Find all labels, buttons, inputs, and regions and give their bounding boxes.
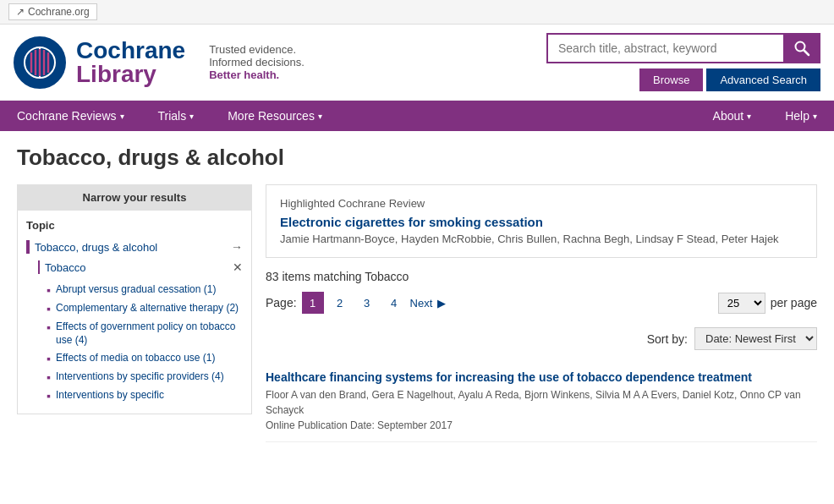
bullet-icon: ▪ — [47, 352, 51, 365]
list-item: ▪ Interventions by specific providers (4… — [47, 368, 243, 386]
sub-link-4[interactable]: Effects of media on tobacco use (1) — [56, 352, 216, 365]
per-page-label: per page — [771, 296, 817, 310]
sub-link-2[interactable]: Complementary & alternative therapy (2) — [56, 302, 239, 315]
topic-link-child[interactable]: Tobacco — [45, 261, 85, 274]
search-area: Browse Advanced Search — [546, 33, 820, 91]
pagination-row: Page: 1 2 3 4 Next ▶ 25 50 100 per page — [266, 292, 817, 314]
nav-about[interactable]: About ▾ — [696, 101, 769, 131]
bullet-icon: ▪ — [47, 283, 51, 297]
main-nav: Cochrane Reviews ▾ Trials ▾ More Resourc… — [0, 101, 834, 131]
result-title-1[interactable]: Healthcare financing systems for increas… — [266, 370, 817, 384]
sidebar-header: Narrow your results — [17, 184, 252, 211]
tagline: Trusted evidence. Informed decisions. Be… — [209, 43, 305, 81]
page-1-button[interactable]: 1 — [302, 292, 324, 314]
search-row — [546, 33, 820, 63]
sub-link-3[interactable]: Effects of government policy on tobacco … — [56, 320, 243, 347]
logo-text: Cochrane Library — [76, 39, 185, 86]
list-item: ▪ Abrupt versus gradual cessation (1) — [47, 281, 243, 299]
arrow-right-icon[interactable]: → — [231, 240, 243, 254]
pagination-left: Page: 1 2 3 4 Next ▶ — [266, 292, 446, 314]
topic-item-child: Tobacco ✕ — [38, 257, 243, 277]
sidebar-body: Topic Tobacco, drugs & alcohol → Tobacco — [17, 211, 252, 414]
bullet-icon: ▪ — [47, 389, 51, 403]
browse-button[interactable]: Browse — [639, 68, 703, 91]
result-authors-1: Floor A van den Brand, Gera E Nagelhout,… — [266, 387, 817, 418]
highlighted-authors: Jamie Hartmann-Boyce, Hayden McRobbie, C… — [280, 233, 803, 245]
nav-trials[interactable]: Trials ▾ — [141, 101, 211, 131]
nav-cochrane-reviews[interactable]: Cochrane Reviews ▾ — [0, 101, 141, 131]
advanced-search-button[interactable]: Advanced Search — [706, 68, 820, 91]
two-column-layout: Narrow your results Topic Tobacco, drugs… — [17, 184, 817, 442]
page-label: Page: — [266, 296, 297, 310]
header: Cochrane Library Trusted evidence. Infor… — [0, 25, 834, 101]
page-title: Tobacco, drugs & alcohol — [17, 145, 817, 171]
sub-link-6[interactable]: Interventions by specific — [56, 389, 164, 403]
bullet-icon: ▪ — [47, 320, 51, 334]
nav-more-resources[interactable]: More Resources ▾ — [211, 101, 339, 131]
list-item: ▪ Complementary & alternative therapy (2… — [47, 299, 243, 318]
result-item-1: Healthcare financing systems for increas… — [266, 360, 817, 442]
sub-link-1[interactable]: Abrupt versus gradual cessation (1) — [56, 283, 216, 297]
sort-row: Sort by: Date: Newest First Date: Oldest… — [266, 327, 817, 350]
chevron-down-icon: ▾ — [189, 112, 194, 121]
chevron-down-icon: ▾ — [120, 112, 124, 121]
main-content: Highlighted Cochrane Review Electronic c… — [266, 184, 817, 442]
sort-select[interactable]: Date: Newest First Date: Oldest First Ti… — [694, 327, 817, 350]
page-content: Tobacco, drugs & alcohol Narrow your res… — [0, 131, 834, 456]
topic-bar-narrow-indicator — [38, 260, 40, 274]
search-input[interactable] — [546, 33, 783, 63]
sidebar: Narrow your results Topic Tobacco, drugs… — [17, 184, 252, 414]
highlighted-review-title[interactable]: Electronic cigarettes for smoking cessat… — [280, 215, 803, 229]
per-page-select[interactable]: 25 50 100 — [718, 293, 765, 314]
topic-bar-indicator — [26, 240, 30, 254]
sub-link-5[interactable]: Interventions by specific providers (4) — [56, 370, 224, 384]
highlighted-label: Highlighted Cochrane Review — [280, 197, 803, 210]
sub-items-list: ▪ Abrupt versus gradual cessation (1) ▪ … — [47, 281, 243, 405]
pagination-right: 25 50 100 per page — [718, 293, 817, 314]
page-2-button[interactable]: 2 — [329, 292, 351, 314]
search-button[interactable] — [783, 33, 820, 63]
results-count: 83 items matching Tobacco — [266, 270, 817, 283]
next-arrow-icon[interactable]: ▶ — [437, 297, 446, 310]
logo-icon — [14, 36, 66, 89]
bullet-icon: ▪ — [47, 370, 51, 384]
bullet-icon: ▪ — [47, 302, 51, 315]
sort-label: Sort by: — [647, 332, 688, 346]
svg-line-8 — [804, 51, 809, 56]
search-buttons: Browse Advanced Search — [639, 68, 820, 91]
highlighted-review-box: Highlighted Cochrane Review Electronic c… — [266, 184, 817, 258]
result-date-1: Online Publication Date: September 2017 — [266, 419, 817, 431]
list-item: ▪ Interventions by specific — [47, 386, 243, 405]
cochrane-org-link[interactable]: ↗ Cochrane.org — [8, 3, 97, 20]
nav-help[interactable]: Help ▾ — [768, 101, 834, 131]
topic-label: Topic — [26, 219, 243, 232]
chevron-down-icon: ▾ — [747, 112, 751, 121]
logo-area: Cochrane Library Trusted evidence. Infor… — [14, 36, 305, 89]
list-item: ▪ Effects of government policy on tobacc… — [47, 318, 243, 349]
external-link-icon: ↗ — [16, 6, 25, 18]
close-icon[interactable]: ✕ — [233, 260, 243, 274]
page-3-button[interactable]: 3 — [356, 292, 378, 314]
next-page-button[interactable]: Next — [410, 297, 433, 310]
topic-item-parent: Tobacco, drugs & alcohol → — [26, 237, 243, 257]
topic-link-parent[interactable]: Tobacco, drugs & alcohol — [35, 241, 157, 254]
page-4-button[interactable]: 4 — [383, 292, 405, 314]
top-bar: ↗ Cochrane.org — [0, 0, 834, 25]
chevron-down-icon: ▾ — [318, 112, 322, 121]
chevron-down-icon: ▾ — [813, 112, 817, 121]
list-item: ▪ Effects of media on tobacco use (1) — [47, 349, 243, 368]
